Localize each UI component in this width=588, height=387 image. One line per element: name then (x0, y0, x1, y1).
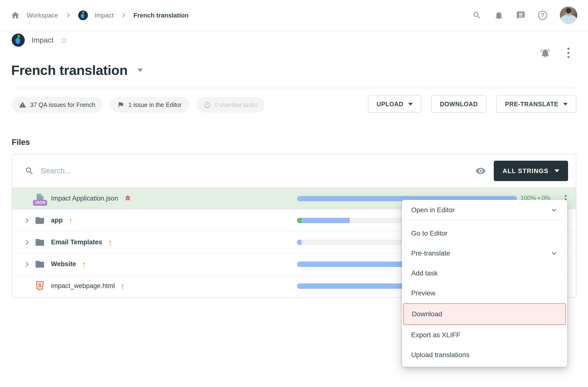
button-label: UPLOAD (377, 101, 403, 108)
menu-item-label: Open in Editor (411, 206, 455, 214)
chevron-right-icon (65, 12, 71, 19)
eye-icon[interactable] (475, 165, 486, 176)
priority-double-chevron-up-icon (118, 195, 132, 203)
breadcrumb: Workspace Impact French translation (11, 10, 189, 20)
expander-chevron-icon[interactable] (21, 217, 33, 224)
search-icon (25, 166, 34, 176)
project-name: Impact (32, 36, 53, 44)
notifications-icon[interactable] (494, 11, 504, 20)
project-header: Impact (12, 34, 68, 47)
home-icon[interactable] (11, 11, 20, 20)
folder-name: Email Templates (51, 238, 102, 246)
flag-icon (117, 101, 124, 108)
menu-item-label: Pre-translate (411, 250, 450, 257)
menu-item-label: Download (412, 310, 442, 318)
breadcrumb-workspace[interactable]: Workspace (27, 12, 58, 19)
chevron-down-icon (554, 169, 559, 172)
folder-name: Website (51, 260, 76, 268)
html-file-icon (33, 281, 47, 292)
project-action-buttons: UPLOAD DOWNLOAD PRE-TRANSLATE (368, 95, 576, 113)
menu-item-preview[interactable]: Preview (402, 283, 567, 303)
chip-editor-issues[interactable]: 1 issue in the Editor (110, 97, 189, 113)
menu-item-export-as-xliff[interactable]: Export as XLIFF (402, 325, 567, 345)
menu-item-download[interactable]: Download (403, 303, 566, 325)
folder-icon (33, 237, 47, 248)
filter-label: ALL STRINGS (503, 167, 548, 175)
arrow-up-orange-icon (108, 238, 112, 247)
chip-label: 1 issue in the Editor (128, 101, 182, 108)
arrow-up-orange-icon (82, 260, 86, 268)
upload-button[interactable]: UPLOAD (368, 95, 421, 113)
header-divider (12, 88, 576, 88)
app-window: Workspace Impact French translation (0, 0, 588, 387)
impact-project-logo (12, 34, 25, 47)
breadcrumb-project[interactable]: Impact (95, 12, 114, 19)
chip-label: 0 overdue tasks (215, 101, 258, 108)
warning-icon (19, 101, 26, 108)
menu-item-label: Add task (411, 269, 438, 277)
menu-item-go-to-editor[interactable]: Go to Editor (402, 223, 567, 243)
json-badge: JSON (33, 200, 47, 206)
file-name: Impact Application.json (51, 195, 118, 202)
help-icon[interactable] (538, 11, 547, 20)
menu-item-label: Go to Editor (411, 229, 447, 237)
menu-divider (402, 220, 567, 221)
button-label: DOWNLOAD (440, 101, 478, 108)
project-notifications-icon[interactable] (540, 48, 550, 58)
arrow-up-orange-icon (68, 216, 73, 225)
chevron-down-icon (550, 250, 558, 257)
folder-name: app (51, 217, 63, 224)
status-chips: 37 QA issues for French 1 issue in the E… (12, 97, 265, 113)
timer-icon (204, 101, 211, 108)
json-file-icon: JSON (33, 193, 47, 204)
file-context-menu: Open in Editor Go to Editor Pre-translat… (402, 200, 567, 367)
folder-icon (33, 215, 47, 226)
menu-item-label: Preview (411, 289, 436, 297)
menu-item-pre-translate[interactable]: Pre-translate (402, 243, 567, 263)
menu-item-add-task[interactable]: Add task (402, 263, 567, 283)
menu-item-open-in-editor[interactable]: Open in Editor (402, 200, 567, 220)
chip-qa-issues[interactable]: 37 QA issues for French (12, 97, 103, 113)
search-icon[interactable] (472, 11, 482, 20)
menu-item-label: Export as XLIFF (411, 331, 460, 339)
expander-chevron-icon[interactable] (21, 239, 33, 246)
page-title-row: French translation (11, 62, 143, 78)
chip-label: 37 QA issues for French (30, 101, 95, 108)
html5-glyph (35, 282, 44, 289)
download-button[interactable]: DOWNLOAD (431, 95, 486, 113)
expander-chevron-icon[interactable] (21, 261, 33, 268)
chip-overdue-tasks[interactable]: 0 overdue tasks (196, 97, 265, 113)
favorite-star-icon[interactable] (60, 36, 67, 44)
breadcrumb-current-page: French translation (134, 12, 189, 19)
chevron-down-icon (550, 206, 558, 214)
files-search-row: ALL STRINGS (12, 154, 576, 187)
nav-right-icons (472, 7, 577, 24)
arrow-up-orange-icon (121, 282, 125, 290)
impact-project-logo[interactable] (78, 10, 88, 20)
files-section-title: Files (12, 137, 30, 147)
all-strings-filter-button[interactable]: ALL STRINGS (494, 161, 568, 181)
chevron-down-icon (408, 103, 413, 106)
chevron-right-icon (121, 12, 127, 19)
button-label: PRE-TRANSLATE (505, 101, 558, 108)
menu-item-label: Upload translations (411, 351, 469, 359)
avatar[interactable] (560, 7, 577, 24)
file-name: impact_webpage.html (51, 282, 115, 290)
project-kebab-menu-icon[interactable] (567, 47, 570, 59)
menu-item-upload-translations[interactable]: Upload translations (402, 345, 567, 365)
top-navigation: Workspace Impact French translation (0, 0, 588, 31)
chevron-down-icon (563, 103, 567, 106)
page-title: French translation (11, 62, 128, 78)
project-header-actions (540, 47, 570, 59)
chat-icon[interactable] (516, 11, 525, 20)
folder-icon (33, 259, 47, 269)
title-dropdown-caret-icon[interactable] (137, 68, 143, 72)
pre-translate-button[interactable]: PRE-TRANSLATE (496, 95, 576, 113)
